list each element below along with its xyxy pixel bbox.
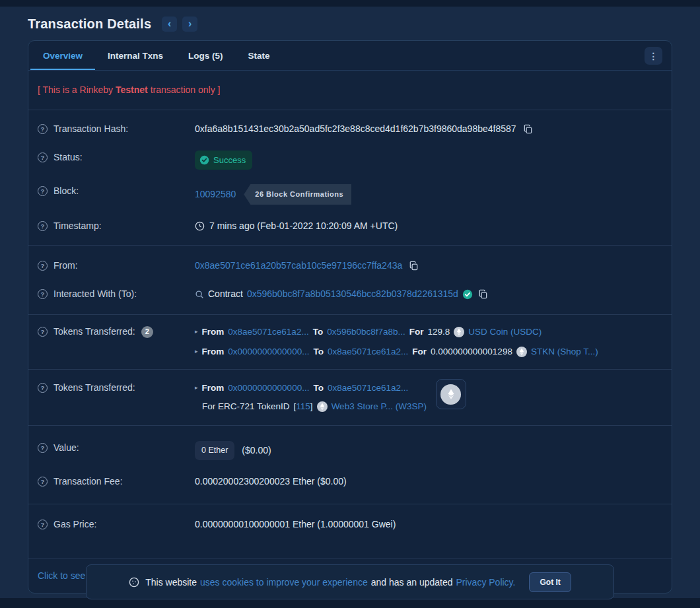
help-icon <box>38 152 48 162</box>
copy-contract-address-button[interactable] <box>477 289 489 299</box>
help-icon <box>38 124 48 134</box>
transfer-to-link[interactable]: 0x8ae5071ce61a2... <box>328 345 408 358</box>
transaction-hash-row: Transaction Hash: 0xfa6a8b151431ec30b2a5… <box>28 115 672 143</box>
help-icon <box>38 520 48 529</box>
verified-check-icon <box>462 289 473 300</box>
status-text: Success <box>213 153 246 167</box>
help-icon <box>38 261 48 271</box>
transfer-from-link[interactable]: 0x0000000000000... <box>228 345 309 358</box>
timestamp-row: Timestamp: 7 mins ago (Feb-01-2022 10:20… <box>28 212 672 240</box>
row-label: Value: <box>53 441 79 455</box>
transfer-amount: 0.000000000001298 <box>431 345 512 358</box>
transfer-to-link[interactable]: 0x596b0bc8f7a8b... <box>327 325 405 339</box>
token-name-link[interactable]: STKN (Shop T...) <box>531 345 598 358</box>
usd-value: ($0.00) <box>242 444 271 457</box>
timestamp-value: 7 mins ago (Feb-01-2022 10:20:09 AM +UTC… <box>209 219 398 233</box>
from-label: From <box>202 381 225 395</box>
cookie-icon <box>129 577 139 588</box>
nft-to-link[interactable]: 0x8ae5071ce61a2... <box>328 381 408 395</box>
top-edge-strip <box>0 0 700 7</box>
nft-image-placeholder <box>440 384 461 405</box>
nft-transfer-row: Tokens Transferred: From 0x0000000000000… <box>28 381 672 413</box>
chevron-right-icon: › <box>188 18 192 29</box>
transfer-from-link[interactable]: 0x8ae5071ce61a2... <box>228 325 308 339</box>
value-row: Value: 0 Ether ($0.00) <box>28 434 672 467</box>
copy-icon <box>523 124 533 134</box>
gas-price-section: Gas Price: 0.00000000100000001 Ether (1.… <box>28 504 672 545</box>
chevron-left-icon: ‹ <box>168 18 171 29</box>
to-label: To <box>313 325 324 339</box>
from-label: From <box>202 325 225 339</box>
magnifier-icon <box>195 290 204 299</box>
gas-price-row: Gas Price: 0.00000000100000001 Ether (1.… <box>28 510 672 539</box>
token-logo-icon <box>317 401 328 412</box>
for-label: For <box>409 325 424 339</box>
bracket: ] <box>310 401 313 411</box>
kebab-icon: ⋮ <box>649 51 658 61</box>
from-address-link[interactable]: 0x8ae5071ce61a20b57cab10c5e97196cc7ffa24… <box>195 259 402 273</box>
tab-bar: Overview Internal Txns Logs (5) State ⋮ <box>28 41 672 71</box>
block-confirmations-badge: 26 Block Confirmations <box>244 184 351 205</box>
tab-state[interactable]: State <box>236 41 283 70</box>
transaction-details-page: Transaction Details ‹ › Overview Interna… <box>0 0 700 608</box>
row-label: Gas Price: <box>53 518 96 531</box>
summary-section: Transaction Hash: 0xfa6a8b151431ec30b2a5… <box>28 110 672 246</box>
block-number-link[interactable]: 10092580 <box>195 187 236 201</box>
copy-icon <box>409 261 419 271</box>
block-row: Block: 10092580 26 Block Confirmations <box>28 177 672 212</box>
clock-icon <box>195 221 205 231</box>
transaction-card: Overview Internal Txns Logs (5) State ⋮ … <box>28 40 672 593</box>
testnet-notice: [ This is a Rinkeby Testnet transaction … <box>28 71 672 110</box>
ethereum-icon <box>445 388 457 400</box>
row-label: Transaction Fee: <box>53 475 123 489</box>
more-options-button[interactable]: ⋮ <box>645 47 662 65</box>
nft-transfer-details: For ERC-721 TokenID [115] Web3 Store P..… <box>195 399 427 413</box>
tab-overview[interactable]: Overview <box>30 41 95 70</box>
notice-text-suffix: transaction only ] <box>148 84 221 95</box>
cookie-banner: This website uses cookies to improve you… <box>86 564 614 599</box>
row-label: Tokens Transferred: <box>53 381 135 395</box>
contract-address-link[interactable]: 0x596b0bc8f7a8b05130546bcc82b0378d226131… <box>247 287 458 301</box>
nft-token-name-link[interactable]: Web3 Store P... (W3SP) <box>332 399 427 413</box>
caret-right-icon <box>195 349 198 355</box>
gas-price-value: 0.00000000100000001 Ether (1.00000001 Gw… <box>195 518 396 531</box>
copy-from-address-button[interactable] <box>407 261 420 271</box>
cookie-text: and has an updated <box>371 577 453 588</box>
copy-hash-button[interactable] <box>522 124 534 134</box>
nft-transferred-section: Tokens Transferred: From 0x0000000000000… <box>28 370 672 426</box>
copy-icon <box>478 289 488 299</box>
to-label: To <box>313 381 324 395</box>
click-to-see-more-link[interactable]: Click to see <box>38 570 85 581</box>
cookie-text: This website <box>145 577 197 588</box>
cookie-policy-link[interactable]: uses cookies to improve your experience <box>200 577 368 588</box>
nft-token-id-link[interactable]: 115 <box>296 401 310 411</box>
notice-bold-text: Testnet <box>116 84 148 95</box>
row-label: Transaction Hash: <box>53 122 128 136</box>
token-transfer-item: From 0x0000000000000... To 0x8ae5071ce61… <box>195 345 598 358</box>
help-icon <box>38 477 48 487</box>
ether-value-badge: 0 Ether <box>195 441 234 460</box>
status-badge: Success <box>195 151 252 170</box>
tab-logs[interactable]: Logs (5) <box>176 41 236 70</box>
page-header: Transaction Details ‹ › <box>28 7 672 40</box>
help-icon <box>38 383 48 393</box>
from-label: From <box>202 345 225 358</box>
for-label: For <box>412 345 427 358</box>
help-icon <box>38 289 48 299</box>
main-content: Transaction Details ‹ › Overview Interna… <box>28 7 672 593</box>
row-label: Status: <box>53 151 83 164</box>
prev-transaction-button[interactable]: ‹ <box>162 17 177 32</box>
nft-from-link[interactable]: 0x0000000000000... <box>228 381 309 395</box>
privacy-policy-link[interactable]: Privacy Policy. <box>456 577 515 588</box>
token-name-link[interactable]: USD Coin (USDC) <box>468 325 542 339</box>
status-row: Status: Success <box>28 143 672 177</box>
tokens-transferred-section: Tokens Transferred:2 From 0x8ae5071ce61a… <box>28 315 672 370</box>
help-icon <box>38 443 48 453</box>
tokens-transferred-row: Tokens Transferred:2 From 0x8ae5071ce61a… <box>28 325 672 358</box>
contract-label: Contract <box>208 287 243 301</box>
token-transfer-item: From 0x8ae5071ce61a2... To 0x596b0bc8f7a… <box>195 325 598 339</box>
nft-thumbnail[interactable] <box>436 379 466 409</box>
got-it-button[interactable]: Got It <box>529 572 571 592</box>
next-transaction-button[interactable]: › <box>182 17 197 32</box>
tab-internal-txns[interactable]: Internal Txns <box>95 41 176 70</box>
